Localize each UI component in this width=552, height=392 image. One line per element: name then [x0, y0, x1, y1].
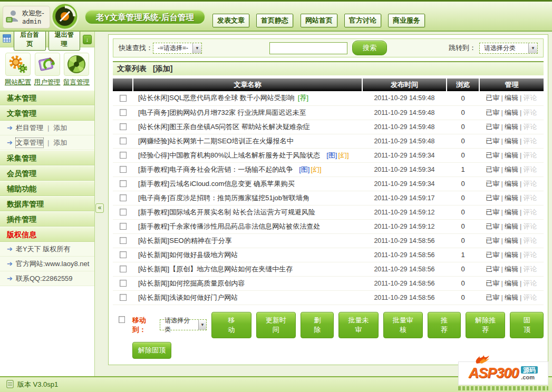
batch-approve-button[interactable]: 批量审核: [383, 312, 423, 338]
row-checkbox[interactable]: [120, 223, 127, 230]
comment-link[interactable]: 评论: [523, 151, 537, 159]
approved-link[interactable]: 已审: [486, 251, 500, 259]
row-checkbox[interactable]: [120, 280, 127, 287]
update-time-button[interactable]: 更新时间: [256, 312, 296, 338]
shortcut-site-config[interactable]: 网站配置: [4, 53, 32, 87]
approved-link[interactable]: 已审: [486, 137, 500, 145]
article-title-link[interactable]: [电子商务]百度涉足招聘：推简历搬家猛挖51job智联墙角: [138, 194, 309, 202]
site-home-button[interactable]: 网站首页: [301, 14, 337, 27]
shortcut-label[interactable]: 留言管理: [62, 78, 91, 87]
row-checkbox[interactable]: [120, 194, 127, 201]
comment-link[interactable]: 评论: [523, 194, 537, 202]
comment-link[interactable]: 评论: [523, 251, 537, 259]
list-add-link[interactable]: [添加]: [153, 64, 172, 74]
shortcut-label[interactable]: 用户管理: [33, 78, 62, 87]
approved-link[interactable]: 已审: [486, 151, 500, 159]
comment-link[interactable]: 评论: [523, 137, 537, 145]
publish-article-button[interactable]: 发表文章: [212, 14, 249, 27]
row-checkbox[interactable]: [120, 123, 127, 130]
approved-link[interactable]: 已审: [486, 265, 500, 273]
article-title-link[interactable]: [新手教程]国际域名开展实名制 站长合法运营方可规避风险: [138, 208, 315, 216]
comment-link[interactable]: 评论: [523, 237, 537, 244]
business-service-button[interactable]: 商业服务: [388, 14, 425, 27]
edit-link[interactable]: 编辑: [505, 208, 518, 216]
official-site-link[interactable]: 官方网站:www.laoy8.net: [16, 259, 89, 269]
article-title-link[interactable]: [电子商务]团购网站仍月增732家 行业洗牌局面迟迟未至: [138, 109, 306, 116]
edit-link[interactable]: 编辑: [505, 94, 518, 102]
edit-link[interactable]: 编辑: [505, 151, 518, 159]
approved-link[interactable]: 已审: [486, 123, 500, 131]
move-category-select[interactable]: 请选择分类 ▼: [160, 319, 207, 330]
batch-unapprove-button[interactable]: 批量未审: [338, 312, 378, 338]
menu-section-database[interactable]: 数据库管理: [0, 196, 94, 211]
row-checkbox[interactable]: [120, 95, 127, 102]
article-title-link[interactable]: [站长新闻]【原创】地方信息网站如何在夹缝中生存: [138, 265, 293, 273]
comment-link[interactable]: 评论: [523, 165, 537, 173]
article-manage-link[interactable]: 文章管理: [16, 138, 43, 148]
approved-link[interactable]: 已审: [486, 194, 500, 202]
row-checkbox[interactable]: [120, 237, 127, 244]
article-title-link[interactable]: [站长新闻]浅谈如何做好门户网站: [138, 293, 238, 301]
article-add-link[interactable]: 添加: [53, 138, 67, 148]
search-input[interactable]: [269, 42, 347, 54]
approved-link[interactable]: 已审: [486, 279, 500, 287]
edit-link[interactable]: 编辑: [505, 265, 518, 273]
row-checkbox[interactable]: [120, 209, 127, 215]
row-checkbox[interactable]: [120, 166, 127, 173]
pin-button[interactable]: 固顶: [510, 312, 544, 338]
move-button[interactable]: 移动: [211, 312, 251, 338]
approved-link[interactable]: 已审: [486, 222, 500, 230]
edit-link[interactable]: 编辑: [505, 251, 518, 259]
edit-link[interactable]: 编辑: [505, 222, 518, 230]
shortcut-user-manage[interactable]: 用户管理: [33, 53, 62, 87]
article-title-link[interactable]: [站长新闻]如何挖掘高质量原创内容: [138, 279, 245, 287]
row-checkbox[interactable]: [120, 294, 127, 301]
article-title-link[interactable]: [站长休闲]SQL恶意代码席卷全球 数千小网站受影响: [138, 94, 295, 102]
article-title-link[interactable]: [站长新闻]如何做好县级地方网站: [138, 251, 238, 259]
approved-link[interactable]: 已审: [486, 208, 500, 216]
row-checkbox[interactable]: [120, 266, 127, 272]
menu-section-basic[interactable]: 基本管理: [0, 90, 94, 105]
home-static-button[interactable]: 首页静态: [256, 14, 293, 27]
edit-link[interactable]: 编辑: [505, 237, 518, 244]
edit-link[interactable]: 编辑: [505, 194, 518, 202]
approved-link[interactable]: 已审: [486, 165, 500, 173]
approved-link[interactable]: 已审: [486, 180, 500, 188]
article-title-link[interactable]: [新手教程]云域名iCloud.com信息变更 确系苹果购买: [138, 180, 295, 188]
quick-find-select[interactable]: -=请选择=- ▼: [153, 43, 202, 54]
menu-section-plugin[interactable]: 插件管理: [0, 211, 94, 227]
menu-section-collect[interactable]: 采集管理: [0, 150, 94, 165]
select-all-checkbox[interactable]: [119, 316, 125, 323]
comment-link[interactable]: 评论: [523, 109, 537, 116]
column-manage-link[interactable]: 栏目管理: [16, 123, 43, 133]
comment-link[interactable]: 评论: [523, 94, 537, 102]
official-forum-button[interactable]: 官方讨论: [344, 14, 381, 27]
comment-link[interactable]: 评论: [523, 180, 537, 188]
edit-link[interactable]: 编辑: [505, 123, 518, 131]
menu-section-assist[interactable]: 辅助功能: [0, 181, 94, 196]
menu-section-article[interactable]: 文章管理: [0, 105, 94, 121]
row-checkbox[interactable]: [120, 109, 127, 116]
delete-button[interactable]: 删除: [301, 312, 334, 338]
edit-link[interactable]: 编辑: [505, 109, 518, 116]
comment-link[interactable]: 评论: [523, 222, 537, 230]
comment-link[interactable]: 评论: [523, 279, 537, 287]
comment-link[interactable]: 评论: [523, 265, 537, 273]
shortcut-message-manage[interactable]: 留言管理: [62, 53, 91, 87]
column-add-link[interactable]: 添加: [53, 123, 67, 133]
menu-section-member[interactable]: 会员管理: [0, 165, 94, 181]
unrecommend-button[interactable]: 解除推荐: [466, 312, 505, 338]
comment-link[interactable]: 评论: [523, 123, 537, 131]
article-title-link[interactable]: [站长休闲]图王亲自坐镇A5问答区 帮助站长解决疑难杂症: [138, 123, 310, 131]
comment-link[interactable]: 评论: [523, 208, 537, 216]
edit-link[interactable]: 编辑: [505, 137, 518, 145]
article-title-link[interactable]: [新手教程]电子商务社会化营销：一场输不起的战争: [138, 165, 293, 173]
edit-link[interactable]: 编辑: [505, 165, 518, 173]
sidebar-collapse-handle[interactable]: «: [95, 203, 104, 213]
article-title-link[interactable]: [新手教程]千余家传播涉性用品药品非法信息网站被依法查处: [138, 222, 320, 230]
article-title-link[interactable]: [网赚经验]站长网第十二期SEO培训正在火爆报名中: [138, 137, 294, 145]
row-checkbox[interactable]: [120, 152, 127, 159]
row-checkbox[interactable]: [120, 138, 127, 144]
row-checkbox[interactable]: [120, 180, 127, 187]
edit-link[interactable]: 编辑: [505, 293, 518, 301]
